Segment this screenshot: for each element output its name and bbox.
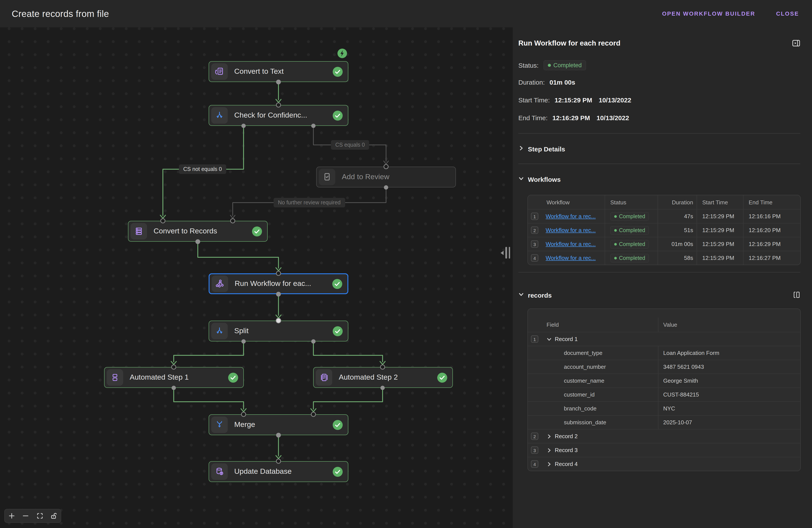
- start-time-value: 12:15:29 PM: [554, 96, 592, 103]
- node-automated-step-2[interactable]: Automated Step 2: [313, 367, 453, 388]
- status-badge: Completed: [610, 226, 649, 234]
- field-value: 2025-10-07: [658, 415, 800, 429]
- node-merge[interactable]: Merge: [209, 414, 348, 435]
- col-header-workflow: Workflow: [528, 195, 605, 209]
- divider: [518, 163, 800, 164]
- plus-icon: [8, 512, 15, 519]
- document-review-icon: [319, 169, 335, 185]
- chevron-right-icon: [547, 461, 552, 467]
- chevron-down-icon: [518, 175, 524, 183]
- chevron-down-icon: [547, 337, 552, 342]
- workflow-run-link[interactable]: Workflow for a rec...: [546, 227, 596, 233]
- node-label: Automated Step 1: [130, 373, 228, 382]
- end-time-cell: 12:16:29 PM: [743, 237, 800, 251]
- start-time-label: Start Time:: [518, 96, 550, 103]
- node-label: Check for Confidenc...: [234, 111, 333, 120]
- completed-check-icon: [333, 467, 343, 476]
- node-label: Update Database: [234, 467, 333, 476]
- node-label: Convert to Text: [234, 67, 333, 76]
- completed-check-icon: [332, 279, 342, 289]
- node-check-for-confidence[interactable]: Check for Confidenc...: [209, 105, 348, 126]
- status-label: Status:: [518, 61, 538, 69]
- chevron-down-icon: [518, 291, 524, 299]
- split-icon: [211, 323, 228, 339]
- table-row: 4Workflow for a rec...: [528, 251, 605, 265]
- record-3-toggle[interactable]: 3 Record 3: [528, 443, 800, 457]
- layers-icon: [107, 369, 123, 386]
- top-bar: Create records from file OPEN WORKFLOW B…: [0, 0, 812, 27]
- table-row: 1Workflow for a rec...: [528, 209, 605, 223]
- duration-row: Duration: 01m 00s: [518, 77, 800, 87]
- collapse-left-arrow-icon: [501, 251, 504, 255]
- completed-check-icon: [333, 326, 343, 336]
- step-details-toggle[interactable]: Step Details: [518, 144, 800, 154]
- end-time-row: End Time: 12:16:29 PM 10/13/2022: [518, 113, 800, 122]
- record-1-toggle[interactable]: 1 Record 1: [528, 332, 800, 346]
- node-convert-to-records[interactable]: Convert to Records: [128, 221, 267, 242]
- workflows-toggle[interactable]: Workflows: [518, 174, 800, 184]
- field-value: NYC: [658, 401, 800, 415]
- duration-cell: 47s: [657, 209, 697, 223]
- fit-view-button[interactable]: [35, 512, 44, 520]
- completed-check-icon: [333, 420, 343, 430]
- open-workflow-builder-button[interactable]: OPEN WORKFLOW BUILDER: [661, 8, 756, 19]
- workflow-tree-icon: [212, 275, 228, 292]
- run-details-panel: Run Workflow for each record Status: Com…: [513, 27, 812, 528]
- panel-header: Run Workflow for each record: [518, 27, 800, 49]
- topbar-actions: OPEN WORKFLOW BUILDER CLOSE: [661, 8, 800, 19]
- node-label: Automated Step 2: [339, 373, 437, 382]
- document-convert-icon: [211, 63, 228, 80]
- lightning-icon: [337, 48, 347, 59]
- start-time-cell: 12:15:29 PM: [697, 223, 743, 237]
- end-time-value: 12:16:29 PM: [552, 114, 590, 121]
- branch-check-icon: [211, 107, 228, 124]
- field-name: customer_id: [528, 387, 658, 401]
- divider: [518, 272, 800, 272]
- form-icon: [316, 369, 332, 386]
- node-add-to-review[interactable]: Add to Review: [316, 167, 456, 187]
- end-time-cell: 12:16:27 PM: [743, 251, 800, 265]
- panel-title: Run Workflow for each record: [518, 39, 800, 47]
- workflow-canvas[interactable]: Convert to Text Check for Confidenc... A…: [0, 27, 513, 528]
- unlock-icon: [50, 512, 57, 519]
- workflow-run-link[interactable]: Workflow for a rec...: [546, 255, 596, 261]
- workflows-table: Workflow Status Duration Start Time End …: [527, 195, 801, 265]
- merge-icon: [211, 416, 228, 433]
- collapse-panel-button[interactable]: [792, 39, 801, 49]
- start-time-cell: 12:15:29 PM: [697, 251, 743, 265]
- lock-toggle-button[interactable]: [49, 512, 58, 520]
- canvas-toolbar: [4, 509, 61, 523]
- field-name: document_type: [528, 346, 658, 360]
- workflow-run-link[interactable]: Workflow for a rec...: [546, 213, 596, 219]
- start-date-value: 10/13/2022: [599, 96, 631, 103]
- records-toggle[interactable]: records: [518, 290, 800, 300]
- database-upload-icon: [211, 463, 228, 480]
- end-time-cell: 12:16:16 PM: [743, 209, 800, 223]
- divider: [518, 133, 800, 134]
- duration-label: Duration:: [518, 78, 545, 86]
- page-title: Create records from file: [12, 9, 109, 19]
- node-automated-step-1[interactable]: Automated Step 1: [104, 367, 244, 388]
- chevron-right-icon: [518, 145, 524, 153]
- record-2-toggle[interactable]: 2 Record 2: [528, 429, 800, 443]
- node-label: Split: [234, 327, 333, 336]
- status-badge: Completed: [610, 212, 649, 220]
- node-run-workflow-for-each-record[interactable]: Run Workflow for eac...: [209, 273, 348, 294]
- close-button[interactable]: CLOSE: [775, 8, 800, 19]
- node-convert-to-text[interactable]: Convert to Text: [209, 61, 348, 82]
- zoom-out-button[interactable]: [21, 512, 30, 520]
- zoom-in-button[interactable]: [8, 512, 16, 520]
- field-value: Loan Application Form: [658, 346, 800, 360]
- field-value: 3487 5621 0943: [658, 360, 800, 373]
- completed-check-icon: [333, 67, 343, 76]
- record-4-toggle[interactable]: 4 Record 4: [528, 457, 800, 471]
- end-time-label: End Time:: [518, 114, 548, 121]
- node-update-database[interactable]: Update Database: [209, 461, 348, 482]
- workflow-run-link[interactable]: Workflow for a rec...: [546, 241, 596, 247]
- panel-resize-handle[interactable]: [501, 247, 510, 259]
- edge-label-no-further-review: No further review required: [274, 198, 345, 208]
- node-split[interactable]: Split: [209, 320, 348, 341]
- completed-check-icon: [252, 226, 262, 236]
- chevron-right-icon: [547, 434, 552, 439]
- open-records-split-view-button[interactable]: [793, 291, 801, 300]
